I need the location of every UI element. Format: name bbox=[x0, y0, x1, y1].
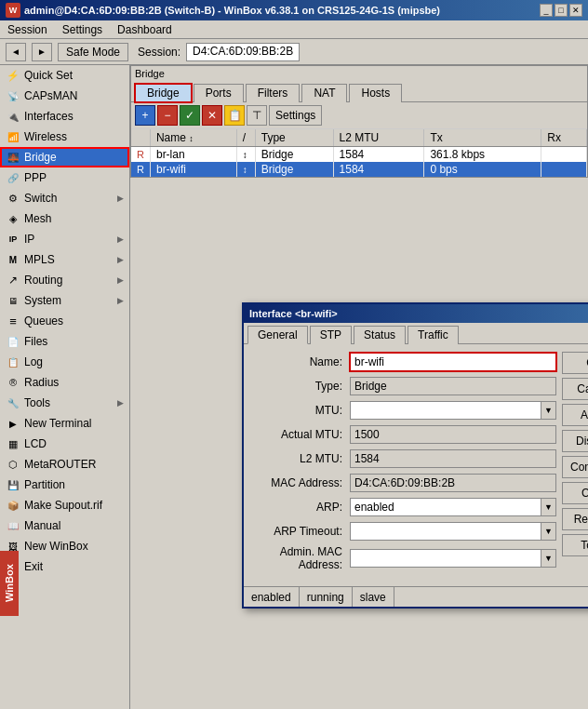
ok-button[interactable]: OK bbox=[562, 352, 588, 374]
menu-session[interactable]: Session bbox=[4, 22, 51, 37]
sidebar-item-partition[interactable]: Partition bbox=[0, 475, 129, 495]
sidebar-item-mpls[interactable]: MPLS ▶ bbox=[0, 249, 129, 270]
sidebar-item-routing[interactable]: Routing ▶ bbox=[0, 270, 129, 290]
sidebar-item-metarouter[interactable]: MetaROUTER bbox=[0, 454, 129, 475]
mtu-dropdown-button[interactable]: ▼ bbox=[541, 401, 556, 420]
col-rx[interactable]: Rx bbox=[541, 129, 587, 147]
quickset-icon bbox=[6, 68, 20, 83]
col-l2mtu[interactable]: L2 MTU bbox=[333, 129, 424, 147]
torch-button[interactable]: Torch bbox=[562, 534, 588, 556]
sidebar-item-queues[interactable]: Queues bbox=[0, 311, 129, 331]
table-row[interactable]: R br-wifi ↕ Bridge 1584 0 bps bbox=[131, 162, 587, 177]
add-button[interactable]: + bbox=[135, 105, 155, 126]
sidebar-item-ip[interactable]: IP ▶ bbox=[0, 229, 129, 249]
tab-ports[interactable]: Ports bbox=[194, 84, 244, 102]
disable-button[interactable]: Disable bbox=[562, 430, 588, 452]
title-bar-controls[interactable]: _ □ ✕ bbox=[540, 4, 582, 17]
sidebar-item-make-supout[interactable]: Make Supout.rif bbox=[0, 495, 129, 515]
sidebar-item-exit[interactable]: Exit bbox=[0, 556, 129, 577]
arp-input[interactable] bbox=[350, 498, 541, 516]
disable-button[interactable]: ✕ bbox=[202, 105, 222, 126]
sidebar-item-bridge[interactable]: Bridge bbox=[0, 147, 129, 167]
arp-timeout-input[interactable] bbox=[350, 522, 541, 541]
sidebar-item-wireless[interactable]: Wireless bbox=[0, 127, 129, 147]
sidebar-item-lcd[interactable]: LCD bbox=[0, 434, 129, 454]
sidebar-item-mesh[interactable]: Mesh bbox=[0, 208, 129, 229]
sidebar-item-manual[interactable]: Manual bbox=[0, 515, 129, 536]
l2mtu-input bbox=[350, 449, 556, 468]
comment-button[interactable]: 📋 bbox=[224, 105, 245, 126]
toolbar: ◄ ► Safe Mode Session: D4:CA:6D:09:BB:2B bbox=[0, 39, 588, 65]
settings-button[interactable]: Settings bbox=[269, 105, 322, 126]
interface-dialog-buttons: OK Cancel Apply Disable Comment Copy Rem… bbox=[562, 352, 588, 575]
sidebar-item-files[interactable]: Files bbox=[0, 331, 129, 352]
queues-icon bbox=[6, 314, 20, 328]
cancel-button[interactable]: Cancel bbox=[562, 378, 588, 400]
form-row-l2mtu: L2 MTU: bbox=[247, 448, 556, 469]
sidebar-item-new-winbox[interactable]: New WinBox bbox=[0, 536, 129, 556]
minimize-button[interactable]: _ bbox=[540, 4, 553, 17]
tab-nat[interactable]: NAT bbox=[301, 84, 347, 102]
enable-button[interactable]: ✓ bbox=[180, 105, 200, 126]
menu-settings[interactable]: Settings bbox=[59, 22, 106, 37]
admin-mac-dropdown-button[interactable]: ▼ bbox=[541, 549, 556, 568]
col-flag[interactable] bbox=[131, 129, 150, 147]
title-bar-text: admin@D4:CA:6D:09:BB:2B (Switch-B) - Win… bbox=[24, 5, 440, 16]
menu-dashboard[interactable]: Dashboard bbox=[114, 22, 176, 37]
table-row[interactable]: R br-lan ↕ Bridge 1584 361.8 kbps bbox=[131, 147, 587, 163]
tab-bridge[interactable]: Bridge bbox=[135, 84, 192, 102]
admin-mac-input[interactable] bbox=[350, 549, 541, 568]
sidebar-item-log[interactable]: Log bbox=[0, 352, 129, 372]
sidebar-item-system[interactable]: System ▶ bbox=[0, 290, 129, 311]
form-row-admin-mac: Admin. MAC Address: ▼ bbox=[247, 545, 556, 571]
safe-mode-button[interactable]: Safe Mode bbox=[58, 43, 128, 61]
tab-status[interactable]: Status bbox=[354, 326, 406, 344]
sidebar-item-interfaces[interactable]: Interfaces bbox=[0, 106, 129, 127]
sidebar-item-capsman[interactable]: CAPsMAN bbox=[0, 86, 129, 106]
bridge-window: Bridge Bridge Ports Filters NAT Hosts + … bbox=[130, 65, 588, 178]
tab-hosts[interactable]: Hosts bbox=[349, 84, 402, 102]
name-input[interactable] bbox=[350, 353, 556, 371]
row-name: br-wifi bbox=[150, 162, 236, 177]
col-type[interactable]: Type bbox=[255, 129, 333, 147]
row-sep: ↕ bbox=[236, 147, 255, 163]
sidebar-item-tools[interactable]: Tools ▶ bbox=[0, 393, 129, 413]
sidebar-item-ppp[interactable]: PPP bbox=[0, 167, 129, 188]
row-flag: R bbox=[137, 164, 144, 175]
mtu-label: MTU: bbox=[247, 404, 350, 417]
tab-filters[interactable]: Filters bbox=[246, 84, 301, 102]
row-sep: ↕ bbox=[236, 162, 255, 177]
mtu-input[interactable] bbox=[350, 401, 541, 420]
sidebar-label-switch: Switch bbox=[24, 192, 114, 205]
apply-button[interactable]: Apply bbox=[562, 404, 588, 426]
remove-button[interactable]: Remove bbox=[562, 508, 588, 530]
sidebar-label-metarouter: MetaROUTER bbox=[24, 458, 124, 471]
tab-stp[interactable]: STP bbox=[310, 326, 352, 344]
copy-button[interactable]: Copy bbox=[562, 482, 588, 504]
tab-traffic[interactable]: Traffic bbox=[408, 326, 459, 344]
col-sep[interactable]: / bbox=[236, 129, 255, 147]
sidebar-label-new-winbox: New WinBox bbox=[24, 540, 124, 553]
sidebar-item-quick-set[interactable]: Quick Set bbox=[0, 65, 129, 86]
comment-button[interactable]: Comment bbox=[562, 456, 588, 478]
tab-general[interactable]: General bbox=[247, 326, 308, 344]
col-name[interactable]: Name ↕ bbox=[150, 129, 236, 147]
sidebar-item-radius[interactable]: Radius bbox=[0, 372, 129, 393]
remove-button[interactable]: − bbox=[157, 105, 178, 126]
forward-button[interactable]: ► bbox=[32, 43, 52, 61]
row-rx bbox=[541, 147, 587, 163]
menu-bar: Session Settings Dashboard bbox=[0, 20, 588, 39]
close-button[interactable]: ✕ bbox=[569, 4, 582, 17]
col-tx[interactable]: Tx bbox=[424, 129, 541, 147]
filter-button[interactable]: ⊤ bbox=[247, 105, 267, 126]
partition-icon bbox=[6, 477, 20, 492]
bridge-table-container: Name ↕ / Type L2 MTU Tx Rx R br-lan ↕ bbox=[131, 129, 587, 177]
arp-dropdown-button[interactable]: ▼ bbox=[541, 498, 556, 516]
arp-timeout-dropdown-button[interactable]: ▼ bbox=[541, 522, 556, 541]
sidebar-item-new-terminal[interactable]: New Terminal bbox=[0, 413, 129, 434]
sidebar-item-switch[interactable]: Switch ▶ bbox=[0, 188, 129, 208]
sidebar-label-manual: Manual bbox=[24, 519, 124, 532]
sidebar-label-capsman: CAPsMAN bbox=[24, 89, 124, 102]
back-button[interactable]: ◄ bbox=[6, 43, 26, 61]
maximize-button[interactable]: □ bbox=[555, 4, 568, 17]
